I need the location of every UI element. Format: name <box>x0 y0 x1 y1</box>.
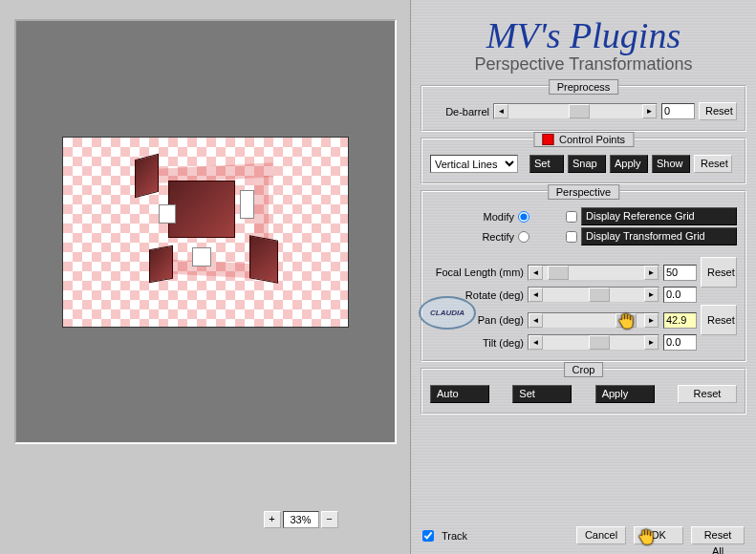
cp-set-button[interactable]: Set <box>529 155 564 173</box>
debarrel-value[interactable]: 0 <box>661 103 695 119</box>
ok-button[interactable]: OK <box>634 526 683 544</box>
ref-grid-checkbox[interactable] <box>566 211 577 223</box>
preview-canvas[interactable] <box>62 137 349 328</box>
cancel-button[interactable]: Cancel <box>576 526 626 544</box>
focal-slider[interactable]: ◄► <box>528 265 659 281</box>
focal-rotate-reset-button[interactable]: Reset <box>701 257 737 288</box>
cp-show-button[interactable]: Show <box>652 155 690 173</box>
control-points-mode-select[interactable]: Vertical Lines <box>430 155 518 173</box>
pan-value[interactable]: 42.9 <box>663 312 697 329</box>
rectify-radio[interactable] <box>518 231 529 243</box>
ref-grid-label[interactable]: Display Reference Grid <box>581 207 737 225</box>
crop-set-button[interactable]: Set <box>512 385 572 403</box>
modify-radio[interactable] <box>518 211 529 223</box>
debarrel-reset-button[interactable]: Reset <box>699 102 737 120</box>
trans-grid-label[interactable]: Display Transformed Grid <box>581 227 737 245</box>
crop-reset-button[interactable]: Reset <box>678 385 737 403</box>
preview-frame <box>14 19 397 444</box>
track-label: Track <box>442 530 467 542</box>
crop-apply-button[interactable]: Apply <box>595 385 655 403</box>
cp-reset-button[interactable]: Reset <box>694 155 732 173</box>
trans-grid-checkbox[interactable] <box>566 231 577 243</box>
zoom-out-button[interactable]: − <box>321 511 338 528</box>
pan-tilt-reset-button[interactable]: Reset <box>701 305 737 335</box>
slider-right-arrow[interactable]: ► <box>642 104 657 118</box>
pan-slider[interactable]: ◄► <box>528 312 659 329</box>
control-points-color-icon <box>542 134 553 145</box>
preprocess-title: Preprocess <box>549 79 619 95</box>
cp-snap-button[interactable]: Snap <box>568 155 606 173</box>
brand-logo: MV's Plugins <box>411 14 756 56</box>
preprocess-panel: Preprocess De-barrel ◄ ► 0 Reset <box>421 85 746 132</box>
tilt-label: Tilt (deg) <box>430 337 524 349</box>
perspective-title: Perspective <box>548 184 619 200</box>
debarrel-slider[interactable]: ◄ ► <box>493 103 658 119</box>
crop-panel: Crop Auto Set Apply Reset <box>421 368 746 415</box>
watermark-stamp: CLAUDIA <box>419 296 476 330</box>
control-points-panel: Control Points Vertical Lines Set Snap A… <box>421 138 746 184</box>
focal-label: Focal Length (mm) <box>430 266 524 278</box>
modify-label: Modify <box>430 211 514 223</box>
debarrel-label: De-barrel <box>430 106 489 117</box>
reset-all-button[interactable]: Reset All <box>691 526 745 544</box>
rectify-label: Rectify <box>430 231 514 243</box>
track-checkbox[interactable] <box>422 530 434 542</box>
focal-value[interactable]: 50 <box>663 265 697 281</box>
rotate-slider[interactable]: ◄► <box>528 287 659 303</box>
crop-title: Crop <box>564 362 604 377</box>
tilt-value[interactable]: 0.0 <box>663 334 697 351</box>
cp-apply-button[interactable]: Apply <box>610 155 648 173</box>
slider-left-arrow[interactable]: ◄ <box>494 104 508 118</box>
crop-auto-button[interactable]: Auto <box>430 385 489 403</box>
control-points-title: Control Points <box>533 132 634 147</box>
perspective-panel: Perspective Modify Display Reference Gri… <box>421 190 746 362</box>
zoom-in-button[interactable]: + <box>264 511 281 528</box>
rotate-value[interactable]: 0.0 <box>663 287 697 303</box>
zoom-value: 33% <box>283 511 319 528</box>
tilt-slider[interactable]: ◄► <box>528 334 659 351</box>
brand-subtitle: Perspective Transformations <box>411 54 756 75</box>
